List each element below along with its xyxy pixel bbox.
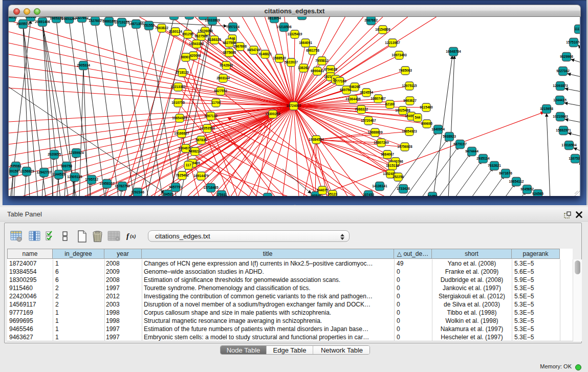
svg-text:7485063: 7485063: [399, 69, 412, 72]
svg-text:15720407: 15720407: [361, 119, 376, 122]
svg-text:3267130: 3267130: [204, 114, 217, 118]
svg-text:19166827: 19166827: [174, 132, 189, 135]
svg-text:10688609: 10688609: [367, 130, 383, 134]
svg-text:3824554: 3824554: [360, 91, 373, 94]
svg-text:15716485: 15716485: [203, 186, 219, 189]
svg-text:10654925: 10654925: [172, 116, 187, 120]
svg-text:92450: 92450: [428, 194, 438, 196]
svg-text:17016504: 17016504: [561, 143, 577, 147]
svg-text:16543382: 16543382: [189, 42, 204, 46]
svg-text:20691406: 20691406: [35, 20, 50, 24]
svg-text:12213382: 12213382: [170, 85, 186, 89]
svg-text:95123: 95123: [328, 192, 338, 196]
svg-text:10973493: 10973493: [391, 53, 407, 57]
svg-text:1167533: 1167533: [569, 157, 580, 160]
svg-text:9146821: 9146821: [258, 52, 272, 56]
svg-text:128234: 128234: [262, 195, 273, 196]
svg-text:12353594: 12353594: [200, 126, 215, 130]
svg-text:136262: 136262: [298, 66, 309, 70]
svg-text:8813054: 8813054: [268, 17, 281, 20]
svg-text:11174: 11174: [574, 27, 580, 31]
svg-text:1327602: 1327602: [75, 17, 89, 19]
svg-text:9227342: 9227342: [556, 69, 570, 73]
svg-text:107453: 107453: [363, 193, 374, 196]
svg-text:164055: 164055: [9, 17, 17, 19]
svg-text:175931: 175931: [216, 193, 227, 196]
svg-text:6966160: 6966160: [102, 19, 116, 23]
svg-text:19218506: 19218506: [276, 25, 292, 29]
svg-text:6961758: 6961758: [306, 49, 319, 52]
svg-text:9115460: 9115460: [420, 105, 433, 109]
svg-text:3875685: 3875685: [223, 51, 236, 54]
svg-text:16648784: 16648784: [446, 50, 461, 53]
svg-text:12093873: 12093873: [553, 84, 568, 87]
svg-text:1588520: 1588520: [273, 56, 286, 60]
svg-text:117: 117: [186, 163, 191, 167]
svg-text:8427552: 8427552: [214, 89, 227, 93]
svg-text:891295: 891295: [182, 32, 193, 36]
svg-text:39159: 39159: [9, 169, 19, 173]
svg-text:7632621: 7632621: [488, 164, 501, 167]
svg-text:12975115: 12975115: [402, 84, 417, 87]
svg-text:16782759: 16782759: [115, 184, 130, 188]
svg-text:12213967: 12213967: [385, 41, 400, 45]
svg-text:751552: 751552: [143, 24, 155, 27]
svg-text:9474444: 9474444: [465, 149, 478, 153]
svg-text:1244415: 1244415: [553, 98, 567, 102]
svg-text:9242848: 9242848: [220, 63, 233, 67]
svg-text:62160: 62160: [385, 102, 395, 106]
svg-text:21364436: 21364436: [345, 97, 361, 101]
svg-text:2020655: 2020655: [48, 152, 61, 156]
svg-text:9457791: 9457791: [169, 185, 182, 189]
svg-text:1664091: 1664091: [299, 41, 312, 45]
svg-text:2087682: 2087682: [364, 18, 378, 22]
svg-text:16154808: 16154808: [375, 28, 390, 31]
svg-text:3215958: 3215958: [540, 107, 553, 111]
svg-text:18807249: 18807249: [374, 141, 389, 144]
svg-text:10654112: 10654112: [509, 180, 524, 183]
svg-text:1795722: 1795722: [85, 178, 98, 181]
svg-text:5822037: 5822037: [285, 60, 298, 64]
svg-text:19384554: 19384554: [309, 138, 324, 141]
svg-text:16914479: 16914479: [193, 174, 209, 178]
svg-text:18724007: 18724007: [286, 104, 301, 107]
svg-text:9463627: 9463627: [403, 99, 417, 102]
svg-text:12942737: 12942737: [36, 170, 52, 174]
svg-text:2803144: 2803144: [216, 76, 230, 80]
svg-text:8160124: 8160124: [169, 30, 182, 33]
svg-text:7857224: 7857224: [226, 25, 239, 29]
svg-text:1144519: 1144519: [52, 172, 66, 176]
svg-text:11700: 11700: [211, 101, 221, 104]
svg-text:7663822: 7663822: [155, 26, 168, 30]
svg-text:252254: 252254: [393, 175, 404, 179]
svg-text:9327508: 9327508: [194, 34, 208, 38]
svg-text:8186328: 8186328: [208, 38, 221, 41]
svg-text:11325419: 11325419: [288, 32, 302, 36]
svg-text:909758: 909758: [61, 164, 72, 168]
svg-text:19654923: 19654923: [402, 129, 417, 133]
svg-text:9245652: 9245652: [520, 187, 534, 191]
svg-text:9777169: 9777169: [333, 79, 346, 83]
svg-text:1733426: 1733426: [397, 187, 410, 190]
svg-text:8471676: 8471676: [499, 171, 512, 175]
svg-text:15751074: 15751074: [566, 40, 580, 44]
svg-text:12156829: 12156829: [19, 169, 34, 173]
svg-text:1065326: 1065326: [50, 17, 63, 20]
svg-text:1527602: 1527602: [89, 19, 102, 23]
svg-text:5938923: 5938923: [443, 135, 456, 138]
svg-text:544: 544: [415, 116, 420, 119]
svg-text:15692971: 15692971: [556, 128, 571, 132]
svg-text:10719155: 10719155: [114, 20, 129, 24]
svg-text:8454749: 8454749: [247, 48, 260, 52]
svg-text:16033809: 16033809: [205, 18, 220, 22]
svg-text:104523: 104523: [162, 192, 173, 196]
svg-text:f: f: [126, 232, 130, 240]
svg-text:10807487: 10807487: [371, 97, 386, 100]
svg-text:10958107: 10958107: [99, 182, 115, 185]
svg-text:9884067: 9884067: [381, 152, 394, 156]
svg-text:7986322: 7986322: [355, 107, 368, 111]
svg-text:14136141: 14136141: [372, 184, 387, 188]
svg-text:17359924: 17359924: [69, 151, 84, 155]
svg-text:5498222: 5498222: [188, 149, 202, 153]
svg-text:6794028: 6794028: [324, 68, 337, 71]
